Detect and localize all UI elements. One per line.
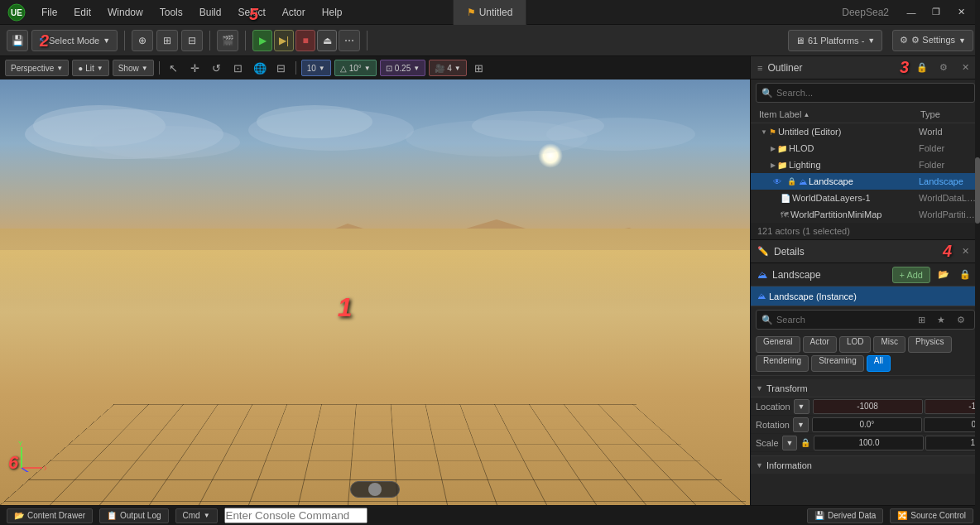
add-component-button[interactable]: + Add <box>892 267 930 283</box>
tab-actor[interactable]: Actor <box>803 336 837 353</box>
platforms-button[interactable]: 🖥 61 Platforms - ▼ <box>788 30 882 51</box>
play-options-button[interactable]: ⋯ <box>339 30 360 51</box>
lit-button[interactable]: ● Lit ▼ <box>72 60 109 76</box>
save-button[interactable]: 💾 <box>7 30 28 51</box>
menu-build[interactable]: Build <box>191 0 230 25</box>
item-label-column[interactable]: Item Label ▲ <box>756 108 917 121</box>
cinematic-button[interactable]: 🎬 <box>217 30 238 51</box>
outliner-item-worldpartition[interactable]: 🗺 WorldPartitionMiniMap WorldPartitio... <box>751 206 980 223</box>
menu-window[interactable]: Window <box>99 0 151 25</box>
scale-y[interactable] <box>925 436 980 450</box>
viewport-layout-button[interactable]: ⊟ <box>181 30 203 51</box>
outliner-item-landscape[interactable]: 👁 🔒 ⛰ Landscape Landscape <box>751 173 980 190</box>
grid-snap-button[interactable]: ⊞ <box>156 30 178 51</box>
details-lock-button[interactable]: 🔒 <box>957 267 973 283</box>
outliner-search-input[interactable] <box>776 88 969 98</box>
scale-dropdown[interactable]: ▼ <box>782 436 798 450</box>
play-button[interactable]: ▶ <box>252 30 272 51</box>
details-close-button[interactable]: ✕ <box>957 243 973 260</box>
derived-data-button[interactable]: 💾 Derived Data <box>807 508 883 523</box>
menu-actor[interactable]: Actor <box>274 0 314 25</box>
outliner-item-worlddatalayers[interactable]: 📄 WorldDataLayers-1 WorldDataLa... <box>751 190 980 206</box>
active-tab[interactable]: ⚑ Untitled <box>454 0 527 25</box>
maximize-vp-button[interactable]: ⊞ <box>470 60 488 76</box>
outliner-item-untitled[interactable]: ▼ ⚑ Untitled (Editor) World <box>751 123 980 140</box>
eject-button[interactable]: ⏏ <box>317 30 337 51</box>
outliner-lock-button[interactable]: 🔒 <box>914 60 930 76</box>
toolbar-sep-2 <box>209 31 210 51</box>
stop-button[interactable]: ■ <box>295 30 315 51</box>
location-dropdown[interactable]: ▼ <box>794 399 809 414</box>
outliner-item-hlod[interactable]: ▶ 📁 HLOD Folder <box>751 140 980 157</box>
scale-snap-button[interactable]: ⊡ 0.25 ▼ <box>380 60 425 76</box>
scale-lock-icon[interactable]: 🔒 <box>800 438 810 447</box>
viewport[interactable]: Perspective ▼ ● Lit ▼ Show ▼ ↖ ✛ ↺ ⊡ 🌐 ⊟ <box>0 56 750 505</box>
tab-misc[interactable]: Misc <box>873 336 906 353</box>
rotate-icon[interactable]: ↺ <box>208 60 226 76</box>
menu-file[interactable]: File <box>33 0 65 25</box>
information-section-header[interactable]: ▼ Information <box>751 455 980 474</box>
maximize-button[interactable]: ❐ <box>924 0 949 25</box>
app-logo: UE <box>0 0 33 25</box>
outliner-close-button[interactable]: ✕ <box>957 60 973 76</box>
snap-icon[interactable]: ⊟ <box>272 60 291 76</box>
scale-row: Scale ▼ 🔒 ↺ <box>751 434 980 452</box>
titlebar-center: ⚑ Untitled <box>454 0 527 25</box>
rotation-snap-button[interactable]: △ 10° ▼ <box>334 60 377 76</box>
settings-button[interactable]: ⚙ ⚙ Settings ▼ <box>892 30 973 51</box>
outliner-column-headers: Item Label ▲ Type <box>751 106 980 123</box>
outliner-item-lighting[interactable]: ▶ 📁 Lighting Folder <box>751 157 980 173</box>
tab-lod[interactable]: LOD <box>839 336 872 353</box>
tab-rendering[interactable]: Rendering <box>756 355 809 372</box>
scale-icon[interactable]: ⊡ <box>229 60 247 76</box>
favorites-button[interactable]: ★ <box>933 311 949 328</box>
browse-button[interactable]: 📂 <box>935 267 952 283</box>
label-4: 4 <box>943 242 952 261</box>
select-vp-icon[interactable]: ↖ <box>165 60 183 76</box>
type-column[interactable]: Type <box>917 108 975 121</box>
output-log-button[interactable]: 📋 Output Log <box>99 508 168 523</box>
details-scrollbar-track <box>975 240 980 505</box>
visibility-toggle[interactable]: 👁 <box>771 175 784 188</box>
location-x[interactable] <box>813 399 923 414</box>
source-control-button[interactable]: 🔀 Source Control <box>890 508 973 523</box>
add-actor-button[interactable]: ⊕ <box>132 30 153 51</box>
tab-general[interactable]: General <box>756 336 800 353</box>
close-button[interactable]: ✕ <box>949 0 973 25</box>
content-drawer-button[interactable]: 📂 Content Drawer <box>7 508 93 523</box>
perspective-button[interactable]: Perspective ▼ <box>5 60 69 76</box>
lock-toggle[interactable]: 🔒 <box>785 176 797 187</box>
translate-icon[interactable]: ✛ <box>186 60 204 76</box>
simulate-button[interactable]: ▶| <box>274 30 294 51</box>
menu-help[interactable]: Help <box>314 0 351 25</box>
details-name-row: ⛰ Landscape + Add 📂 🔒 <box>751 263 980 287</box>
select-mode-button[interactable]: ↖ Select Mode ▼ <box>31 30 118 51</box>
details-options-button[interactable]: ⚙ <box>953 311 969 328</box>
minimize-button[interactable]: — <box>899 0 924 25</box>
filter-button[interactable]: ⊞ <box>913 311 930 328</box>
tab-all[interactable]: All <box>867 355 891 372</box>
outliner-settings-button[interactable]: ⚙ <box>935 60 952 76</box>
menu-tools[interactable]: Tools <box>151 0 191 25</box>
details-search-input[interactable] <box>776 315 910 325</box>
tab-streaming[interactable]: Streaming <box>811 355 864 372</box>
camera-speed-button[interactable]: 🎥 4 ▼ <box>429 60 466 76</box>
grid-size-button[interactable]: 10 ▼ <box>301 60 331 76</box>
scale-x[interactable] <box>814 436 924 450</box>
location-y[interactable] <box>925 399 980 414</box>
svg-point-9 <box>546 118 695 151</box>
rotation-dropdown[interactable]: ▼ <box>793 417 809 432</box>
rotation-y[interactable] <box>924 417 980 432</box>
world-space-icon[interactable]: 🌐 <box>251 60 269 76</box>
show-button[interactable]: Show ▼ <box>113 60 154 76</box>
tab-physics[interactable]: Physics <box>908 336 951 353</box>
details-search-bar: 🔍 ⊞ ★ ⚙ <box>756 310 975 330</box>
instance-row[interactable]: ⛰ Landscape (Instance) <box>751 287 980 306</box>
menu-edit[interactable]: Edit <box>65 0 99 25</box>
cmd-button[interactable]: Cmd ▼ <box>175 508 218 523</box>
menu-select[interactable]: Select <box>229 0 273 25</box>
rotation-x[interactable] <box>812 417 922 432</box>
console-command-input[interactable] <box>224 508 368 523</box>
titlebar: UE File Edit Window Tools Build Select A… <box>0 0 980 25</box>
transform-section-header[interactable]: ▼ Transform <box>751 379 980 397</box>
